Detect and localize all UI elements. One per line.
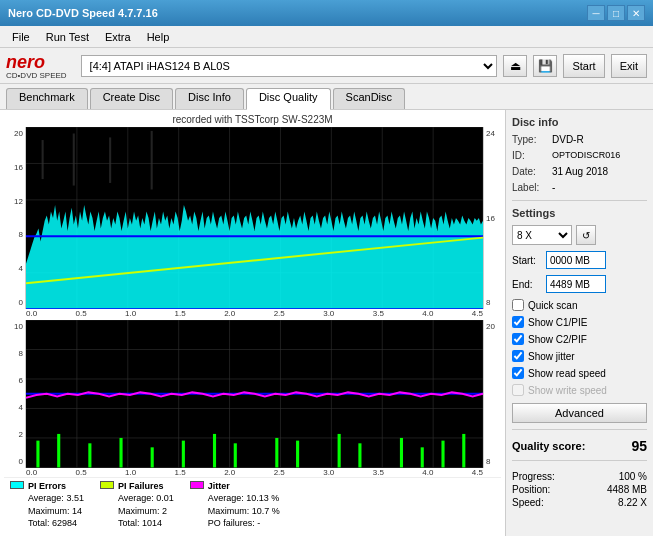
window-controls: ─ □ ✕ xyxy=(587,5,645,21)
upper-chart xyxy=(26,127,483,309)
disc-info-label: Disc info xyxy=(512,116,647,128)
menu-bar: File Run Test Extra Help xyxy=(0,26,653,48)
svg-rect-51 xyxy=(441,441,444,468)
minimize-button[interactable]: ─ xyxy=(587,5,605,21)
show-c2pif-checkbox[interactable] xyxy=(512,333,524,345)
show-jitter-checkbox[interactable] xyxy=(512,350,524,362)
tab-bar: Benchmark Create Disc Disc Info Disc Qua… xyxy=(0,84,653,110)
nero-logo: nero xyxy=(6,52,67,73)
title-bar: Nero CD-DVD Speed 4.7.7.16 ─ □ ✕ xyxy=(0,0,653,26)
svg-rect-44 xyxy=(234,443,237,467)
svg-rect-17 xyxy=(42,140,44,179)
svg-rect-40 xyxy=(119,438,122,467)
disc-id-row: ID: OPTODISCR016 xyxy=(512,150,647,161)
jitter-color xyxy=(190,481,204,489)
tab-create-disc[interactable]: Create Disc xyxy=(90,88,173,109)
show-jitter-row: Show jitter xyxy=(512,350,647,362)
menu-help[interactable]: Help xyxy=(139,29,178,45)
position-row: Position: 4488 MB xyxy=(512,484,647,495)
start-row: Start: xyxy=(512,251,647,269)
end-input[interactable] xyxy=(546,275,606,293)
charts-area: recorded with TSSTcorp SW-S223M 20 16 12… xyxy=(0,110,505,536)
menu-file[interactable]: File xyxy=(4,29,38,45)
main-content: recorded with TSSTcorp SW-S223M 20 16 12… xyxy=(0,110,653,536)
progress-section: Progress: 100 % Position: 4488 MB Speed:… xyxy=(512,471,647,510)
disc-type-row: Type: DVD-R xyxy=(512,134,647,145)
disc-date-row: Date: 31 Aug 2018 xyxy=(512,166,647,177)
lower-y-left: 10 8 6 4 2 0 xyxy=(4,320,26,467)
pi-failures-color xyxy=(100,481,114,489)
svg-rect-45 xyxy=(275,438,278,467)
tab-disc-quality[interactable]: Disc Quality xyxy=(246,88,331,110)
svg-rect-49 xyxy=(400,438,403,467)
speed-select[interactable]: 8 X xyxy=(512,225,572,245)
right-panel: Disc info Type: DVD-R ID: OPTODISCR016 D… xyxy=(505,110,653,536)
eject-icon[interactable]: ⏏ xyxy=(503,55,527,77)
start-button[interactable]: Start xyxy=(563,54,604,78)
svg-rect-39 xyxy=(88,443,91,467)
show-read-speed-row: Show read speed xyxy=(512,367,647,379)
start-input[interactable] xyxy=(546,251,606,269)
svg-rect-37 xyxy=(36,441,39,468)
svg-rect-46 xyxy=(296,441,299,468)
disc-label-row: Label: - xyxy=(512,182,647,193)
quick-scan-row: Quick scan xyxy=(512,299,647,311)
upper-y-right: 24 16 8 xyxy=(483,127,501,309)
svg-rect-20 xyxy=(151,131,153,190)
quality-score-row: Quality score: 95 xyxy=(512,438,647,454)
upper-y-left: 20 16 12 8 4 0 xyxy=(4,127,26,309)
svg-rect-19 xyxy=(109,137,111,183)
show-c2-pif-row: Show C2/PIF xyxy=(512,333,647,345)
upper-x-labels: 0.0 0.5 1.0 1.5 2.0 2.5 3.0 3.5 4.0 4.5 xyxy=(4,309,501,318)
chart-title: recorded with TSSTcorp SW-S223M xyxy=(4,114,501,125)
progress-row: Progress: 100 % xyxy=(512,471,647,482)
exit-button[interactable]: Exit xyxy=(611,54,647,78)
logo: nero CD•DVD SPEED xyxy=(6,52,67,80)
svg-rect-50 xyxy=(421,448,424,468)
show-c1-pie-row: Show C1/PIE xyxy=(512,316,647,328)
save-icon[interactable]: 💾 xyxy=(533,55,557,77)
product-sub: CD•DVD SPEED xyxy=(6,71,67,80)
tab-benchmark[interactable]: Benchmark xyxy=(6,88,88,109)
toolbar: nero CD•DVD SPEED [4:4] ATAPI iHAS124 B … xyxy=(0,48,653,84)
advanced-button[interactable]: Advanced xyxy=(512,403,647,423)
app-title: Nero CD-DVD Speed 4.7.7.16 xyxy=(8,7,158,19)
drive-select[interactable]: [4:4] ATAPI iHAS124 B AL0S xyxy=(81,55,498,77)
lower-y-right: 20 8 xyxy=(483,320,501,467)
settings-label: Settings xyxy=(512,207,647,219)
refresh-icon[interactable]: ↺ xyxy=(576,225,596,245)
quick-scan-checkbox[interactable] xyxy=(512,299,524,311)
show-c1pie-checkbox[interactable] xyxy=(512,316,524,328)
svg-rect-41 xyxy=(151,448,154,468)
svg-rect-43 xyxy=(213,434,216,468)
menu-extra[interactable]: Extra xyxy=(97,29,139,45)
svg-rect-48 xyxy=(358,443,361,467)
legend-pi-errors: PI Errors Average: 3.51 Maximum: 14 Tota… xyxy=(10,480,84,530)
legend-pi-failures: PI Failures Average: 0.01 Maximum: 2 Tot… xyxy=(100,480,174,530)
menu-run-test[interactable]: Run Test xyxy=(38,29,97,45)
show-write-speed-row: Show write speed xyxy=(512,384,647,396)
svg-rect-18 xyxy=(73,134,75,186)
legend-area: PI Errors Average: 3.51 Maximum: 14 Tota… xyxy=(4,477,501,532)
speed-row-progress: Speed: 8.22 X xyxy=(512,497,647,508)
svg-rect-52 xyxy=(462,434,465,468)
speed-row: 8 X ↺ xyxy=(512,225,647,245)
tab-disc-info[interactable]: Disc Info xyxy=(175,88,244,109)
lower-x-labels: 0.0 0.5 1.0 1.5 2.0 2.5 3.0 3.5 4.0 4.5 xyxy=(4,468,501,477)
pi-errors-color xyxy=(10,481,24,489)
close-button[interactable]: ✕ xyxy=(627,5,645,21)
show-write-speed-checkbox[interactable] xyxy=(512,384,524,396)
end-row: End: xyxy=(512,275,647,293)
svg-rect-42 xyxy=(182,441,185,468)
show-read-speed-checkbox[interactable] xyxy=(512,367,524,379)
maximize-button[interactable]: □ xyxy=(607,5,625,21)
tab-scan-disc[interactable]: ScanDisc xyxy=(333,88,405,109)
legend-jitter: Jitter Average: 10.13 % Maximum: 10.7 % … xyxy=(190,480,280,530)
svg-rect-47 xyxy=(338,434,341,468)
lower-chart xyxy=(26,320,483,467)
svg-rect-38 xyxy=(57,434,60,468)
